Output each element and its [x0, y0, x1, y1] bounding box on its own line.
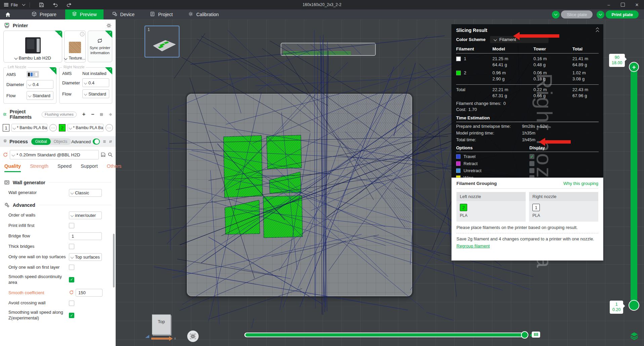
- printer-card[interactable]: ✓ Bambu Lab H2D: [3, 31, 62, 63]
- tab-calibration[interactable]: Calibration: [182, 9, 226, 20]
- annotation-arrow-travel-checkbox: [545, 140, 571, 144]
- remove-filament-button[interactable]: −: [91, 112, 94, 117]
- table-row: 20.96 m 2.90 g0.06 m 0.18 g1.02 m 3.08 g: [456, 70, 599, 82]
- minimize-button[interactable]: –: [602, 0, 616, 9]
- flushing-volumes-button[interactable]: Flushing volumes: [42, 112, 77, 117]
- slice-dropdown-icon[interactable]: [552, 11, 560, 18]
- tab-preview[interactable]: Preview: [65, 9, 104, 20]
- section-header-wall-generator: Wall generator: [4, 180, 112, 185]
- filament-settings-gear-icon[interactable]: [109, 112, 112, 117]
- setting-checkbox[interactable]: [69, 301, 74, 306]
- layer-range-slider[interactable]: +: [631, 67, 637, 305]
- collapse-panel-icon[interactable]: [596, 28, 599, 33]
- setting-select[interactable]: inner/outer: [69, 212, 102, 219]
- reset-preset-icon[interactable]: [3, 152, 8, 157]
- options-header: Options: [456, 145, 529, 150]
- info-icon[interactable]: i: [80, 32, 84, 36]
- filament-grouping-header: Filament Grouping: [456, 181, 497, 186]
- ams-slots-icon[interactable]: /: [27, 71, 39, 78]
- maximize-button[interactable]: [616, 0, 630, 9]
- process-preset-select[interactable]: * 0.20mm Standard @BBL H2D: [10, 150, 99, 159]
- filament-chip-1[interactable]: 1: [532, 204, 540, 211]
- regroup-filament-link[interactable]: Regroup filament: [456, 243, 490, 248]
- scope-global-tab[interactable]: Global: [31, 138, 51, 145]
- filament-table-icon[interactable]: [100, 112, 103, 117]
- why-this-grouping-link[interactable]: Why this grouping: [563, 181, 598, 186]
- chevron-down-icon[interactable]: [22, 3, 26, 6]
- filament-more-button[interactable]: ···: [49, 124, 57, 131]
- process-tab-support[interactable]: Support: [81, 163, 98, 172]
- sidebar-scrollbar[interactable]: [113, 234, 115, 287]
- filament-index-2[interactable]: 2: [59, 124, 66, 131]
- view-cube[interactable]: Top: [152, 314, 171, 335]
- setting-select[interactable]: Classic: [69, 189, 102, 197]
- list-view-icon[interactable]: [103, 139, 106, 144]
- tab-prepare[interactable]: Prepare: [25, 9, 63, 20]
- filament-swatch: [456, 56, 461, 61]
- print-dropdown-icon[interactable]: [597, 11, 604, 18]
- setting-checkbox[interactable]: [69, 223, 74, 228]
- sync-printer-button[interactable]: ✓ Sync printer information: [88, 31, 112, 62]
- printer-settings-gear-icon[interactable]: [106, 23, 112, 28]
- scope-objects-tab[interactable]: Objects: [51, 138, 71, 145]
- slice-plate-button[interactable]: Slice plate: [561, 10, 593, 18]
- right-diameter-select[interactable]: 0.4: [82, 78, 109, 87]
- setting-checkbox[interactable]: ✓: [69, 277, 74, 282]
- home-icon[interactable]: [0, 9, 15, 20]
- save-preset-icon[interactable]: [100, 152, 106, 157]
- print-plate-button[interactable]: Print plate: [606, 10, 639, 18]
- layers-icon[interactable]: [630, 332, 639, 340]
- setting-label: Order of walls: [8, 213, 66, 218]
- filament-select-1[interactable]: * Bambu PLA Ba...: [11, 124, 47, 132]
- tune-sliders-icon[interactable]: [109, 139, 112, 144]
- plate-type-card[interactable]: i Texture...: [64, 31, 85, 63]
- preview-options-gear-button[interactable]: [187, 331, 199, 342]
- file-menu[interactable]: File: [11, 2, 18, 7]
- tab-device[interactable]: Device: [106, 9, 142, 20]
- reset-value-icon[interactable]: [69, 290, 74, 296]
- left-diameter-select[interactable]: 0.4: [27, 80, 53, 89]
- undo-icon[interactable]: [52, 2, 58, 8]
- plate-thumbnail[interactable]: 1: [145, 26, 179, 57]
- right-flow-select[interactable]: Standard: [82, 89, 109, 98]
- setting-row: Bridge flow1: [4, 232, 112, 240]
- unretract-display-checkbox[interactable]: [529, 168, 534, 173]
- add-layer-handle[interactable]: +: [629, 62, 639, 72]
- setting-checkbox[interactable]: [69, 265, 74, 270]
- retract-display-checkbox[interactable]: [529, 161, 534, 166]
- bottom-layer-handle[interactable]: [629, 300, 639, 311]
- setting-control: Classic: [69, 189, 112, 197]
- process-tab-others[interactable]: Others: [107, 163, 122, 172]
- filament-index-1[interactable]: 1: [3, 124, 9, 131]
- process-tab-speed[interactable]: Speed: [57, 163, 72, 172]
- time-row: Prepare and timelapse time:9m28s + 52s: [456, 124, 599, 129]
- process-tab-strength[interactable]: Strength: [30, 163, 48, 172]
- layer-progress-slider[interactable]: 88: [244, 333, 528, 337]
- setting-select[interactable]: Top surfaces: [69, 253, 102, 261]
- add-filament-button[interactable]: +: [82, 112, 85, 117]
- filament-more-button[interactable]: ···: [106, 124, 113, 131]
- setting-row: Thick bridges: [4, 244, 112, 249]
- setting-input[interactable]: 1: [69, 232, 102, 240]
- setting-checkbox[interactable]: [69, 244, 74, 249]
- setting-row: Wall generatorClassic: [4, 189, 112, 197]
- grouping-note: Please place filaments on the printer ba…: [456, 225, 598, 230]
- advanced-toggle[interactable]: [93, 139, 100, 145]
- search-icon[interactable]: [108, 152, 113, 157]
- save-icon[interactable]: [39, 2, 44, 8]
- left-flow-select[interactable]: Standard: [27, 91, 53, 100]
- menu-icon[interactable]: [4, 3, 8, 6]
- tab-project[interactable]: Project: [143, 9, 179, 20]
- filament-select-2[interactable]: * Bambu PLA Ba...: [68, 124, 104, 132]
- table-header-row: FilamentModelTowerTotal: [456, 46, 599, 53]
- close-button[interactable]: ✕: [630, 0, 644, 9]
- travel-display-checkbox[interactable]: ✓: [529, 154, 534, 159]
- device-icon: [112, 11, 117, 17]
- retract-swatch: [456, 161, 460, 166]
- filament-chip-2[interactable]: 2: [460, 204, 467, 211]
- setting-checkbox[interactable]: ✓: [69, 313, 74, 318]
- slider-handle[interactable]: [521, 331, 528, 339]
- redo-icon[interactable]: [66, 2, 72, 8]
- process-tab-quality[interactable]: Quality: [4, 163, 21, 172]
- setting-input[interactable]: 150: [76, 289, 103, 297]
